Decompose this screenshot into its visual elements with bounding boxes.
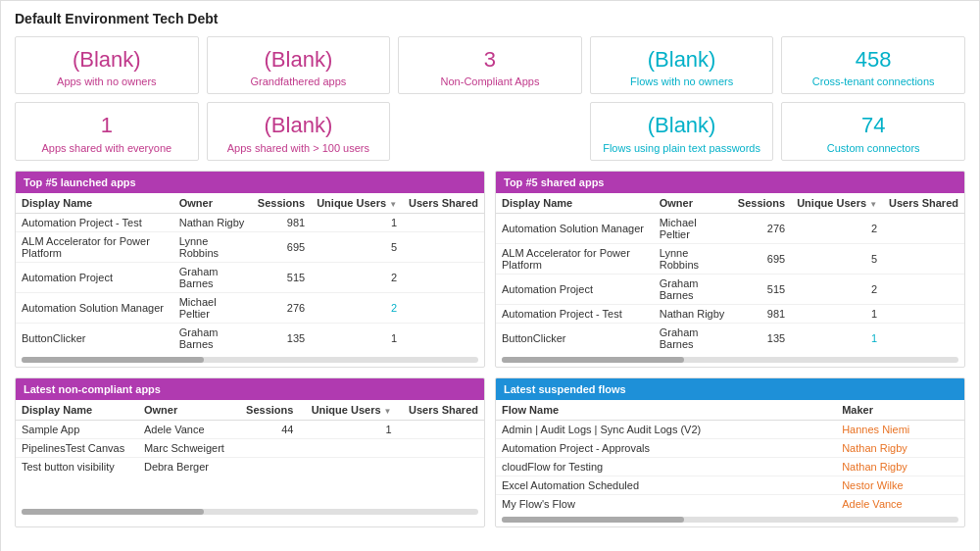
kpi-value-shared-everyone: 1 xyxy=(22,113,192,138)
scrollbar[interactable] xyxy=(22,509,478,515)
col-owner: Owner xyxy=(654,193,732,214)
cell-sessions: 276 xyxy=(732,213,791,243)
table-row: Admin | Audit Logs | Sync Audit Logs (V2… xyxy=(496,420,964,438)
launched-apps-table: Display Name Owner Sessions Unique Users… xyxy=(16,193,484,353)
table-row: Automation Solution Manager Michael Pelt… xyxy=(16,292,484,323)
tables-row-2: Latest non-compliant apps Display Name O… xyxy=(15,377,965,527)
cell-unique: 1 xyxy=(299,420,397,438)
table-row: Automation Project - Test Nathan Rigby 9… xyxy=(16,213,484,231)
table-row: Automation Project - Approvals Nathan Ri… xyxy=(496,438,964,457)
suspended-flows-table: Flow Name Maker Admin | Audit Logs | Syn… xyxy=(496,400,964,513)
sort-icon: ▼ xyxy=(869,200,877,209)
kpi-noncompliant[interactable]: 3 Non-Compliant Apps xyxy=(398,36,582,94)
tables-row-1: Top #5 launched apps Display Name Owner … xyxy=(15,171,965,368)
kpi-label-flows-no-owners: Flows with no owners xyxy=(597,75,767,87)
cell-unique: 5 xyxy=(311,231,403,262)
kpi-cross-tenant[interactable]: 458 Cross-tenant connections xyxy=(781,36,965,94)
cell-shared xyxy=(403,262,484,292)
cell-unique: 2 xyxy=(791,274,883,304)
cell-name: PipelinesTest Canvas xyxy=(16,438,138,457)
cell-name: Test button visibility xyxy=(16,457,138,476)
col-flow-name: Flow Name xyxy=(496,400,836,421)
cell-flow-name: Excel Automation Scheduled xyxy=(496,476,836,494)
launched-apps-card: Top #5 launched apps Display Name Owner … xyxy=(15,171,485,368)
cell-unique: 2 xyxy=(311,292,403,323)
kpi-value-cross-tenant: 458 xyxy=(788,47,958,73)
table-row: Automation Project - Test Nathan Rigby 9… xyxy=(496,304,964,323)
kpi-shared-everyone[interactable]: 1 Apps shared with everyone xyxy=(15,102,199,160)
cell-shared xyxy=(403,213,484,231)
launched-apps-header: Top #5 launched apps xyxy=(16,172,484,193)
cell-owner: Adele Vance xyxy=(138,420,236,438)
cell-sessions: 515 xyxy=(732,274,791,304)
cell-maker: Adele Vance xyxy=(836,494,964,513)
cell-unique xyxy=(299,457,397,476)
col-unique-users: Unique Users ▼ xyxy=(299,400,397,421)
cell-flow-name: Automation Project - Approvals xyxy=(496,438,836,457)
cell-maker: Hannes Niemi xyxy=(836,420,964,438)
kpi-label-shared-everyone: Apps shared with everyone xyxy=(22,142,192,154)
cell-unique: 1 xyxy=(311,323,403,353)
cell-name: ButtonClicker xyxy=(16,323,173,353)
col-owner: Owner xyxy=(138,400,236,421)
shared-apps-header: Top #5 shared apps xyxy=(496,172,964,193)
shared-apps-table: Display Name Owner Sessions Unique Users… xyxy=(496,193,964,353)
table-row: ALM Accelerator for Power Platform Lynne… xyxy=(496,243,964,274)
kpi-value-flows-no-owners: (Blank) xyxy=(597,47,767,73)
kpi-row-1: (Blank) Apps with no owners (Blank) Gran… xyxy=(15,36,965,94)
cell-sessions xyxy=(236,457,299,476)
cell-owner: Michael Peltier xyxy=(173,292,252,323)
cell-shared xyxy=(883,213,964,243)
col-sessions: Sessions xyxy=(236,400,299,421)
kpi-label-grandfathered: Grandfathered apps xyxy=(214,75,384,87)
cell-name: ALM Accelerator for Power Platform xyxy=(496,243,654,274)
kpi-value-custom-connectors: 74 xyxy=(788,113,958,138)
page-container: Default Environment Tech Debt (Blank) Ap… xyxy=(0,0,980,551)
cell-flow-name: My Flow's Flow xyxy=(496,494,836,513)
kpi-row-2: 1 Apps shared with everyone (Blank) Apps… xyxy=(15,102,965,160)
scrollbar[interactable] xyxy=(502,357,958,363)
cell-shared xyxy=(883,304,964,323)
noncompliant-apps-card: Latest non-compliant apps Display Name O… xyxy=(15,377,485,527)
cell-shared xyxy=(398,438,484,457)
cell-unique: 1 xyxy=(791,323,883,353)
noncompliant-header: Latest non-compliant apps xyxy=(16,378,484,400)
cell-owner: Graham Barnes xyxy=(654,323,732,353)
col-owner: Owner xyxy=(173,193,252,214)
cell-name: Automation Project xyxy=(496,274,654,304)
col-display-name: Display Name xyxy=(496,193,654,214)
cell-shared xyxy=(403,231,484,262)
sort-icon: ▼ xyxy=(389,200,397,209)
cell-shared xyxy=(403,323,484,353)
page-title: Default Environment Tech Debt xyxy=(15,11,965,26)
kpi-shared-100[interactable]: (Blank) Apps shared with > 100 users xyxy=(207,102,391,160)
cell-sessions xyxy=(236,438,299,457)
table-row: Test button visibility Debra Berger xyxy=(16,457,484,476)
cell-maker: Nestor Wilke xyxy=(836,476,964,494)
table-row: ButtonClicker Graham Barnes 135 1 xyxy=(496,323,964,353)
scrollbar[interactable] xyxy=(502,517,958,523)
cell-owner: Nathan Rigby xyxy=(654,304,732,323)
cell-name: Sample App xyxy=(16,420,138,438)
noncompliant-table: Display Name Owner Sessions Unique Users… xyxy=(16,400,484,476)
table-row: Automation Solution Manager Michael Pelt… xyxy=(496,213,964,243)
col-sessions: Sessions xyxy=(252,193,311,214)
kpi-label-cross-tenant: Cross-tenant connections xyxy=(788,75,958,87)
kpi-empty xyxy=(398,102,582,160)
col-unique-users: Unique Users ▼ xyxy=(791,193,883,214)
kpi-grandfathered[interactable]: (Blank) Grandfathered apps xyxy=(207,36,391,94)
cell-unique: 2 xyxy=(311,262,403,292)
table-row: PipelinesTest Canvas Marc Schweigert xyxy=(16,438,484,457)
kpi-custom-connectors[interactable]: 74 Custom connectors xyxy=(781,102,965,160)
cell-owner: Michael Peltier xyxy=(654,213,732,243)
cell-flow-name: cloudFlow for Testing xyxy=(496,457,836,476)
scrollbar[interactable] xyxy=(22,357,478,363)
kpi-flows-no-owners[interactable]: (Blank) Flows with no owners xyxy=(590,36,774,94)
kpi-label-plaintext-passwords: Flows using plain text passwords xyxy=(597,142,767,154)
kpi-value-shared-100: (Blank) xyxy=(214,113,384,138)
cell-owner: Graham Barnes xyxy=(173,262,252,292)
kpi-plaintext-passwords[interactable]: (Blank) Flows using plain text passwords xyxy=(590,102,774,160)
kpi-value-noncompliant: 3 xyxy=(405,47,575,73)
kpi-apps-no-owners[interactable]: (Blank) Apps with no owners xyxy=(15,36,199,94)
cell-name: Automation Project - Test xyxy=(16,213,173,231)
